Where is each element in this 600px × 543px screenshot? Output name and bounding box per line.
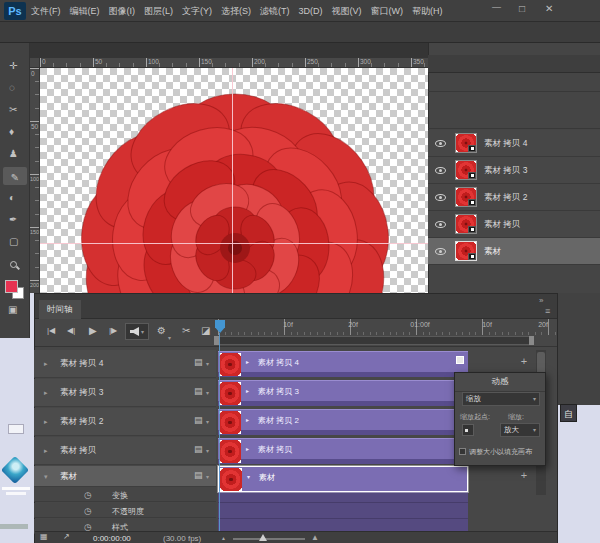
transition-icon[interactable]: ◪ bbox=[201, 326, 210, 336]
minimize-button[interactable]: — bbox=[492, 2, 501, 12]
visibility-eye-icon[interactable] bbox=[435, 221, 446, 228]
layer-row-selected[interactable]: 素材 bbox=[428, 238, 600, 265]
layer-thumbnail[interactable] bbox=[455, 160, 477, 180]
tab-timeline[interactable]: 时间轴 bbox=[39, 300, 81, 319]
move-tool-icon[interactable]: ✛ bbox=[9, 61, 17, 71]
eyedropper-tool-icon[interactable]: ♦ bbox=[9, 127, 14, 137]
video-clip[interactable]: ▸ 素材 拷贝 3 bbox=[218, 380, 468, 406]
motion-preset-select[interactable]: 缩放▾ bbox=[462, 392, 540, 406]
foreground-color-swatch[interactable] bbox=[5, 280, 18, 293]
desktop-widget[interactable]: 自 bbox=[560, 404, 577, 422]
layer-thumbnail[interactable] bbox=[455, 214, 477, 234]
layer-name[interactable]: 素材 拷贝 2 bbox=[484, 192, 527, 204]
menu-help[interactable]: 帮助(H) bbox=[412, 5, 443, 18]
track-video-icon[interactable]: ▤ bbox=[194, 387, 203, 396]
track-name-label[interactable]: 素材 拷贝 2 bbox=[60, 416, 103, 428]
close-button[interactable]: ✕ bbox=[545, 3, 553, 14]
desktop-icon-small[interactable] bbox=[8, 424, 24, 434]
crop-tool-icon[interactable]: ✂ bbox=[9, 105, 17, 115]
chevron-right-icon[interactable]: ▸ bbox=[44, 360, 48, 367]
render-video-icon[interactable]: ↗ bbox=[63, 533, 70, 541]
media-player-icon[interactable] bbox=[1, 456, 29, 484]
shape-tool-icon[interactable]: ▢ bbox=[9, 237, 18, 247]
resize-to-fill-checkbox[interactable] bbox=[459, 448, 466, 455]
timeline-settings-gear-icon[interactable]: ⚙ bbox=[157, 326, 166, 336]
track-video-icon[interactable]: ▤ bbox=[194, 416, 203, 425]
playhead-line[interactable] bbox=[219, 333, 220, 531]
canvas[interactable] bbox=[40, 68, 428, 293]
stopwatch-icon[interactable]: ◷ bbox=[84, 506, 92, 516]
layer-row[interactable]: 素材 拷贝 bbox=[428, 211, 600, 238]
timeline-zoom-slider[interactable] bbox=[233, 538, 305, 540]
layer-name[interactable]: 素材 拷贝 4 bbox=[484, 138, 527, 150]
visibility-eye-icon[interactable] bbox=[435, 194, 446, 201]
previous-frame-button[interactable]: ◀| bbox=[67, 327, 75, 335]
track-row[interactable]: ▸ 素材 拷贝 2 ▤▾ bbox=[34, 408, 216, 436]
menu-image[interactable]: 图像(I) bbox=[109, 5, 136, 18]
guide-horizontal[interactable] bbox=[40, 243, 428, 244]
menu-select[interactable]: 选择(S) bbox=[221, 5, 251, 18]
work-area-end-handle[interactable] bbox=[529, 336, 534, 345]
property-row[interactable]: ◷ 不透明度 bbox=[34, 503, 216, 518]
video-clip[interactable]: ▸ 素材 拷贝 2 bbox=[218, 409, 468, 435]
zoom-tool-icon[interactable] bbox=[10, 261, 17, 268]
chevron-down-icon[interactable]: ▾ bbox=[44, 473, 48, 480]
layer-name[interactable]: 素材 bbox=[484, 246, 501, 258]
menu-type[interactable]: 文字(Y) bbox=[182, 5, 212, 18]
track-video-icon[interactable]: ▤ bbox=[194, 358, 203, 367]
panel-menu-icon[interactable]: ≡ bbox=[545, 306, 550, 316]
quick-mask-icon[interactable]: ▣ bbox=[8, 305, 17, 315]
layer-thumbnail[interactable] bbox=[455, 133, 477, 153]
audio-mute-button[interactable]: ▾ bbox=[125, 323, 149, 340]
first-frame-button[interactable]: |◀ bbox=[47, 327, 55, 335]
track-row-selected[interactable]: ▾ 素材 ▤▾ bbox=[34, 466, 216, 487]
guide-vertical[interactable] bbox=[232, 68, 233, 293]
layer-row[interactable]: 素材 拷贝 3 bbox=[428, 157, 600, 184]
video-clip-selected[interactable]: ▾ 素材 bbox=[218, 466, 468, 492]
track-row[interactable]: ▸ 素材 拷贝 ▤▾ bbox=[34, 437, 216, 465]
menu-window[interactable]: 窗口(W) bbox=[371, 5, 404, 18]
layer-row[interactable]: 素材 拷贝 4 bbox=[428, 130, 600, 157]
next-frame-button[interactable]: |▶ bbox=[109, 327, 117, 335]
lasso-tool-icon[interactable]: ◌ bbox=[9, 83, 15, 93]
zoom-out-mountain-icon[interactable]: ▲ bbox=[221, 535, 226, 541]
maximize-button[interactable]: □ bbox=[519, 3, 525, 14]
chevron-right-icon[interactable]: ▸ bbox=[44, 418, 48, 425]
stopwatch-icon[interactable]: ◷ bbox=[84, 490, 92, 500]
menu-3d[interactable]: 3D(D) bbox=[299, 6, 323, 16]
track-name-label[interactable]: 素材 拷贝 4 bbox=[60, 358, 103, 370]
property-row[interactable]: ◷ 变换 bbox=[34, 487, 216, 502]
time-ruler[interactable]: 10f 20f 01:00f 10f 20f bbox=[216, 319, 557, 335]
menu-edit[interactable]: 编辑(E) bbox=[70, 5, 100, 18]
panel-collapse-icon[interactable]: » bbox=[539, 296, 543, 305]
track-row[interactable]: ▸ 素材 拷贝 3 ▤▾ bbox=[34, 379, 216, 407]
add-media-button[interactable]: + bbox=[518, 356, 530, 368]
track-name-label[interactable]: 素材 bbox=[60, 471, 77, 483]
zoom-in-mountain-icon[interactable]: ▲ bbox=[311, 533, 319, 542]
menu-view[interactable]: 视图(V) bbox=[332, 5, 362, 18]
play-button[interactable]: ▶ bbox=[89, 326, 97, 336]
zoom-direction-select[interactable]: 放大▾ bbox=[500, 423, 540, 437]
layer-thumbnail[interactable] bbox=[455, 187, 477, 207]
visibility-eye-icon[interactable] bbox=[435, 248, 446, 255]
visibility-eye-icon[interactable] bbox=[435, 167, 446, 174]
frames-view-icon[interactable]: ▦ bbox=[40, 533, 48, 541]
eraser-tool-active[interactable]: ✎ bbox=[3, 167, 27, 185]
layer-thumbnail[interactable] bbox=[455, 241, 477, 261]
slider-thumb[interactable] bbox=[259, 534, 267, 541]
add-media-button[interactable]: + bbox=[518, 470, 530, 482]
dodge-tool-icon[interactable]: ◐ bbox=[9, 193, 15, 203]
clip-motion-badge[interactable] bbox=[456, 356, 464, 364]
menu-filter[interactable]: 滤镜(T) bbox=[260, 5, 290, 18]
menu-layer[interactable]: 图层(L) bbox=[144, 5, 173, 18]
layer-row[interactable]: 素材 拷贝 2 bbox=[428, 184, 600, 211]
visibility-eye-icon[interactable] bbox=[435, 140, 446, 147]
track-row[interactable]: ▸ 素材 拷贝 4 ▤▾ bbox=[34, 350, 216, 378]
work-area-bar[interactable] bbox=[217, 336, 533, 345]
clone-stamp-tool-icon[interactable]: ♟ bbox=[9, 149, 18, 159]
track-video-icon[interactable]: ▤ bbox=[194, 445, 203, 454]
video-clip[interactable]: ▸ 素材 拷贝 bbox=[218, 438, 468, 464]
track-video-icon[interactable]: ▤ bbox=[194, 471, 203, 480]
layer-name[interactable]: 素材 拷贝 bbox=[484, 219, 520, 231]
menu-file[interactable]: 文件(F) bbox=[31, 5, 61, 18]
